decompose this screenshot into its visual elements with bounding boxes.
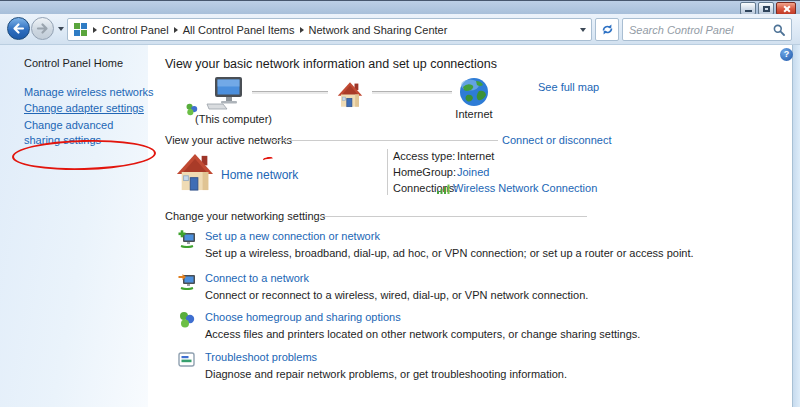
sidebar-control-panel-home[interactable]: Control Panel Home bbox=[24, 57, 123, 69]
see-full-map-link[interactable]: See full map bbox=[538, 81, 599, 93]
chevron-right-icon bbox=[174, 27, 178, 33]
connect-to-network-desc: Connect or reconnect to a wireless, wire… bbox=[205, 289, 588, 301]
home-network-map-icon[interactable] bbox=[335, 81, 365, 108]
home-network-icon bbox=[176, 152, 214, 192]
address-bar[interactable]: Control Panel All Control Panel Items Ne… bbox=[67, 18, 592, 41]
new-connection-icon bbox=[178, 230, 196, 248]
homegroup-icon bbox=[178, 311, 195, 328]
computer-icon bbox=[206, 76, 244, 110]
sidebar: Control Panel Home Manage wireless netwo… bbox=[0, 45, 148, 407]
wireless-network-connection-link[interactable]: Wireless Network Connection bbox=[453, 182, 597, 194]
breadcrumb-all-items[interactable]: All Control Panel Items bbox=[183, 24, 295, 36]
access-type-value: Internet bbox=[457, 150, 494, 162]
maximize-icon bbox=[763, 6, 770, 12]
access-type-label: Access type: bbox=[393, 150, 455, 162]
home-network-label: Home network bbox=[221, 168, 298, 182]
breadcrumb-current[interactable]: Network and Sharing Center bbox=[309, 24, 448, 36]
sidebar-change-advanced-sharing[interactable]: Change advanced sharing settings bbox=[24, 118, 142, 148]
map-link-line bbox=[252, 91, 328, 94]
troubleshoot-icon bbox=[178, 351, 195, 368]
chevron-right-icon bbox=[93, 27, 97, 33]
wireless-signal-icon bbox=[437, 184, 450, 194]
breadcrumb-control-panel[interactable]: Control Panel bbox=[102, 24, 169, 36]
details-divider bbox=[387, 149, 388, 195]
setup-new-connection-desc: Set up a wireless, broadband, dial-up, a… bbox=[205, 247, 694, 259]
connect-to-network-link[interactable]: Connect to a network bbox=[205, 272, 309, 284]
section-rule bbox=[320, 216, 587, 217]
back-button[interactable] bbox=[7, 17, 30, 40]
setup-new-connection-link[interactable]: Set up a new connection or network bbox=[205, 230, 380, 242]
connect-network-icon bbox=[178, 272, 196, 290]
help-icon[interactable]: ? bbox=[780, 48, 793, 61]
homegroup-label: HomeGroup: bbox=[393, 166, 456, 178]
choose-homegroup-desc: Access files and printers located on oth… bbox=[205, 328, 640, 340]
sidebar-manage-wireless-networks[interactable]: Manage wireless networks bbox=[24, 86, 154, 98]
recent-pages-dropdown[interactable] bbox=[58, 27, 64, 31]
connect-or-disconnect-link[interactable]: Connect or disconnect bbox=[502, 134, 611, 146]
forward-button[interactable] bbox=[31, 17, 54, 40]
internet-globe-icon[interactable] bbox=[459, 77, 489, 107]
choose-homegroup-link[interactable]: Choose homegroup and sharing options bbox=[205, 311, 401, 323]
title-bar bbox=[0, 0, 800, 14]
sidebar-change-adapter-settings[interactable]: Change adapter settings bbox=[24, 102, 144, 114]
chevron-right-icon bbox=[300, 27, 304, 33]
page-title: View your basic network information and … bbox=[165, 57, 497, 71]
networking-settings-header: Change your networking settings bbox=[165, 210, 325, 222]
this-computer-label: (This computer) bbox=[195, 113, 272, 125]
map-link-line bbox=[372, 91, 452, 94]
troubleshoot-problems-link[interactable]: Troubleshoot problems bbox=[205, 351, 317, 363]
window-right-border bbox=[792, 45, 800, 407]
search-field bbox=[622, 18, 792, 41]
address-dropdown-icon[interactable] bbox=[580, 28, 586, 32]
forward-arrow-icon bbox=[32, 18, 53, 39]
red-mark-annotation bbox=[263, 156, 274, 162]
refresh-button[interactable] bbox=[595, 18, 619, 41]
minimize-icon bbox=[745, 10, 752, 12]
network-sharing-center-window: Control Panel All Control Panel Items Ne… bbox=[0, 0, 800, 407]
content-area: Control Panel Home Manage wireless netwo… bbox=[0, 45, 800, 407]
search-input[interactable] bbox=[629, 24, 773, 36]
control-panel-icon bbox=[73, 22, 88, 37]
section-rule bbox=[272, 140, 498, 141]
search-icon[interactable] bbox=[773, 24, 785, 36]
navigation-toolbar: Control Panel All Control Panel Items Ne… bbox=[0, 14, 800, 45]
refresh-icon bbox=[601, 23, 614, 36]
troubleshoot-problems-desc: Diagnose and repair network problems, or… bbox=[205, 368, 567, 380]
homegroup-joined-link[interactable]: Joined bbox=[457, 166, 489, 178]
internet-label: Internet bbox=[448, 108, 500, 120]
back-arrow-icon bbox=[8, 18, 29, 39]
